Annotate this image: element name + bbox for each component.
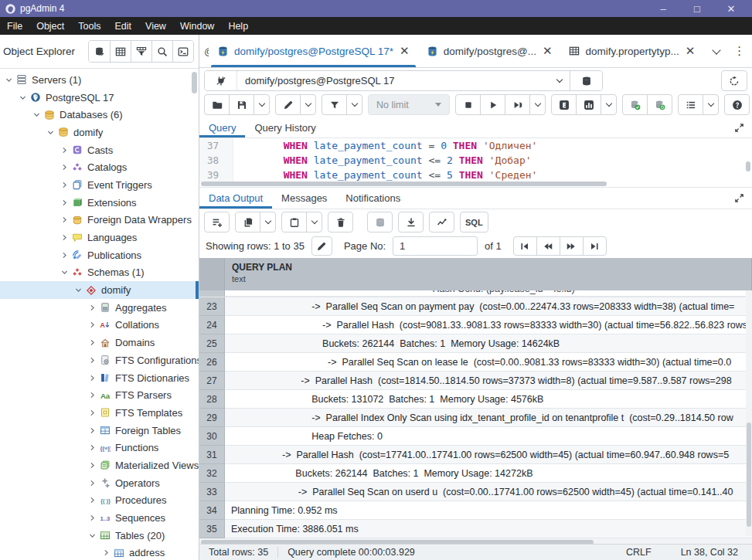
- grid-vscrollbar[interactable]: [746, 290, 752, 536]
- commit-button[interactable]: [622, 94, 648, 115]
- grid-corner-cell[interactable]: [199, 258, 225, 290]
- tree-item-procedures[interactable]: {( )}Procedures: [0, 492, 199, 510]
- dropdown-caret-button[interactable]: [260, 212, 276, 232]
- tree-item-collations[interactable]: ACollations: [0, 317, 199, 334]
- sql-button[interactable]: SQL: [460, 212, 488, 232]
- page-number-input[interactable]: [393, 236, 478, 256]
- query-plan-cell[interactable]: Buckets: 262144 Batches: 1 Memory Usage:…: [225, 334, 752, 353]
- explorer-tool-grid-table[interactable]: [110, 41, 131, 62]
- chevron-right-icon[interactable]: [87, 427, 97, 434]
- chevron-down-icon[interactable]: [59, 269, 70, 276]
- chevron-right-icon[interactable]: [87, 514, 97, 521]
- row-number[interactable]: 35: [199, 520, 225, 538]
- chevron-right-icon[interactable]: [87, 462, 97, 469]
- query-plan-cell[interactable]: Execution Time: 3886.051 ms: [225, 520, 752, 538]
- query-plan-cell[interactable]: Buckets: 131072 Batches: 1 Memory Usage:…: [225, 390, 752, 409]
- tree-item-extensions[interactable]: Extensions: [0, 194, 199, 212]
- row-number[interactable]: 24: [199, 316, 225, 334]
- row-number[interactable]: 33: [199, 483, 225, 501]
- grid-row-23[interactable]: 23 -> Parallel Seq Scan on payment pay (…: [199, 297, 752, 316]
- tree-item-domains[interactable]: Domains: [0, 334, 199, 351]
- nav-prev-button[interactable]: [536, 236, 560, 256]
- tree-item-event-triggers[interactable]: Event Triggers: [0, 176, 199, 194]
- connection-status-icon[interactable]: [205, 71, 237, 90]
- query-plan-cell[interactable]: Buckets: 262144 Batches: 1 Memory Usage:…: [225, 464, 752, 483]
- query-plan-cell[interactable]: -> Parallel Hash (cost=1814.50..1814.50 …: [225, 372, 752, 390]
- grid-row-29[interactable]: 29 -> Parallel Index Only Scan using idx…: [199, 409, 752, 427]
- chevron-down-icon[interactable]: [3, 76, 14, 83]
- chevron-right-icon[interactable]: [87, 497, 97, 504]
- save-button[interactable]: [229, 94, 254, 115]
- minimize-button[interactable]: –: [656, 3, 670, 15]
- tree-item-aggregates[interactable]: Aggregates: [0, 299, 199, 317]
- explorer-tool-database[interactable]: [89, 41, 110, 62]
- dropdown-caret-button[interactable]: [300, 94, 316, 115]
- pencil-button[interactable]: [275, 94, 301, 115]
- tree-item-postgresql-17[interactable]: PostgreSQL 17: [0, 89, 199, 107]
- nav-first-button[interactable]: [513, 236, 537, 256]
- tree-item-operators[interactable]: Operators: [0, 474, 199, 492]
- grid-row-28[interactable]: 28 Buckets: 131072 Batches: 1 Memory Usa…: [199, 390, 752, 409]
- grid-row-27[interactable]: 27 -> Parallel Hash (cost=1814.50..1814.…: [199, 372, 752, 390]
- copy-button[interactable]: [235, 212, 260, 232]
- row-number[interactable]: 29: [199, 409, 225, 427]
- chevron-right-icon[interactable]: [87, 375, 97, 382]
- tab-data-output[interactable]: Data Output: [199, 188, 272, 209]
- funnel-button[interactable]: [322, 94, 347, 115]
- maximize-button[interactable]: □: [690, 3, 704, 15]
- list-button[interactable]: [678, 94, 703, 115]
- menu-edit[interactable]: Edit: [107, 17, 138, 35]
- menu-help[interactable]: Help: [221, 17, 255, 35]
- sidebar-scrollbar-thumb[interactable]: [192, 72, 197, 93]
- expand-panel-icon[interactable]: [734, 123, 752, 133]
- chevron-right-icon[interactable]: [87, 304, 97, 311]
- nav-next-button[interactable]: [560, 236, 584, 256]
- chevron-right-icon[interactable]: [59, 216, 70, 223]
- refresh-connection-button[interactable]: [721, 70, 747, 91]
- tab-domify-postgres-postgresql-17[interactable]: domify/postgres@PostgreSQL 17*✕: [209, 35, 418, 67]
- query-plan-cell[interactable]: -> Parallel Hash (cost=9081.33..9081.33 …: [225, 316, 752, 334]
- chevron-right-icon[interactable]: [87, 444, 97, 451]
- grid-hscrollbar[interactable]: [199, 538, 752, 544]
- query-plan-cell[interactable]: -> Parallel Seq Scan on payment pay (cos…: [225, 297, 752, 316]
- tree-item-databases-6[interactable]: Databases (6): [0, 106, 199, 124]
- db-save-button[interactable]: [367, 212, 393, 232]
- tree-item-tables-20[interactable]: Tables (20): [0, 527, 199, 545]
- grid-row-24[interactable]: 24 -> Parallel Hash (cost=9081.33..9081.…: [199, 316, 752, 334]
- zigzag-button[interactable]: [429, 212, 454, 232]
- eol-indicator[interactable]: CRLF: [626, 547, 652, 558]
- explorer-tool-terminal[interactable]: [172, 41, 193, 62]
- add-row-button[interactable]: [204, 212, 230, 232]
- download-button[interactable]: [398, 212, 424, 232]
- tree-item-domify[interactable]: domify: [0, 124, 199, 141]
- grid-row-33[interactable]: 33 -> Parallel Seq Scan on userd u (cost…: [199, 483, 752, 501]
- chevron-right-icon[interactable]: [100, 549, 111, 556]
- grid-row-26[interactable]: 26 -> Parallel Seq Scan on lease le (cos…: [199, 353, 752, 372]
- tab-domify-postgres[interactable]: domify/postgres@...✕: [418, 35, 561, 67]
- grid-row-34[interactable]: 34Planning Time: 0.952 ms: [199, 501, 752, 520]
- tab-query[interactable]: Query: [199, 117, 245, 137]
- tab-domify-propertytyp[interactable]: domify.propertytyp...✕: [560, 35, 703, 67]
- grid-row-25[interactable]: 25 Buckets: 262144 Batches: 1 Memory Usa…: [199, 334, 752, 353]
- chevron-right-icon[interactable]: [59, 182, 70, 188]
- tree-item-publications[interactable]: Publications: [0, 246, 199, 264]
- tree-item-fts-dictionaries[interactable]: FTS Dictionaries: [0, 369, 199, 387]
- tree-item-casts[interactable]: Casts: [0, 141, 199, 159]
- row-number[interactable]: 27: [199, 372, 225, 390]
- row-number[interactable]: 34: [199, 501, 225, 520]
- grid-row-35[interactable]: 35Execution Time: 3886.051 ms: [199, 520, 752, 538]
- grid-partial-row[interactable]: Hash Cond: (pay.lease_id = le.id): [199, 290, 752, 297]
- tab-[interactable]: @...✕: [199, 35, 209, 67]
- chevron-right-icon[interactable]: [87, 339, 97, 346]
- row-number[interactable]: 31: [199, 446, 225, 464]
- editor-line-37[interactable]: 37 WHEN late_payment_count = 0 THEN 'Одл…: [199, 138, 752, 153]
- column-header-query-plan[interactable]: QUERY PLAN text: [225, 258, 752, 290]
- tab-messages[interactable]: Messages: [272, 188, 336, 209]
- dropdown-caret-button[interactable]: [703, 94, 719, 115]
- rollback-button[interactable]: [647, 94, 672, 115]
- row-number[interactable]: 23: [199, 297, 225, 316]
- paste-button[interactable]: [281, 212, 307, 232]
- row-number[interactable]: 32: [199, 464, 225, 483]
- tree-item-domify[interactable]: domify: [0, 281, 199, 299]
- query-plan-cell[interactable]: -> Parallel Hash (cost=17741.00..17741.0…: [225, 446, 752, 464]
